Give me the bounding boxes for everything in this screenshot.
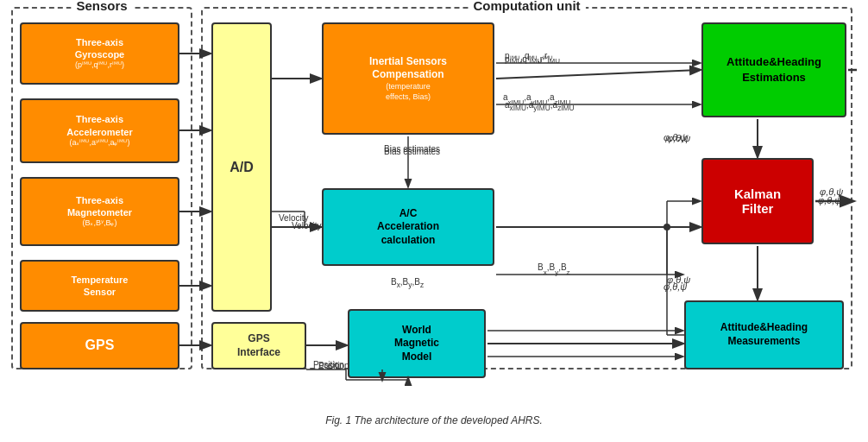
phi2-label: φ,θ,ψ bbox=[818, 195, 841, 205]
kalman-block: Kalman Filter bbox=[701, 158, 814, 244]
ad-block: A/D bbox=[211, 22, 272, 312]
pimu-label: pᴵᴹᵁ,qᴵᴹᵁ,rᴵᴹᵁ bbox=[505, 54, 553, 64]
gyroscope-line3: (pᴵᴹᵁ,qᴵᴹᵁ,rᴵᴹᵁ) bbox=[75, 60, 124, 71]
accelerometer-block: Three-axis Accelerometer (aₓᴵᴹᵁ,aʸᴵᴹᵁ,aᵩ… bbox=[20, 98, 179, 163]
computation-label: Computation unit bbox=[468, 0, 585, 13]
temp-line2: Sensor bbox=[84, 286, 116, 298]
inertial-line1: Inertial Sensors bbox=[369, 55, 447, 69]
gyroscope-block: Three-axis Gyroscope (pᴵᴹᵁ,qᴵᴹᵁ,rᴵᴹᵁ) bbox=[20, 22, 179, 85]
att-meas-line2: Measurements bbox=[727, 335, 800, 349]
wmm-line2: Magnetic bbox=[394, 337, 439, 350]
attitude-meas-block: Attitude&Heading Measurements bbox=[684, 300, 844, 369]
phi1-label: φ,θ,ψ bbox=[664, 132, 687, 142]
gps-interface-line2: Interface bbox=[237, 346, 280, 360]
accel-line3: (aₓᴵᴹᵁ,aʸᴵᴹᵁ,aᵩᴵᴹᵁ) bbox=[69, 138, 129, 148]
sensors-label: Sensors bbox=[71, 0, 132, 13]
accel-line2: Accelerometer bbox=[66, 126, 132, 138]
inertial-line2: Compensation bbox=[372, 68, 443, 82]
position-label: Position bbox=[318, 361, 349, 370]
attitude-est-block: Attitude&Heading Estimations bbox=[701, 22, 846, 117]
bias-label: Bias estimates bbox=[384, 147, 440, 156]
inertial-comp-block: Inertial Sensors Compensation (temperatu… bbox=[322, 22, 494, 135]
magnetometer-block: Three-axis Magnetometer (Bₓ,Bʸ,Bᵩ) bbox=[20, 177, 179, 246]
att-meas-line1: Attitude&Heading bbox=[720, 321, 808, 335]
kalman-line1: Kalman bbox=[734, 186, 781, 201]
gyroscope-line2: Gyroscope bbox=[75, 48, 124, 60]
phi3-label: φ,θ,ψ bbox=[664, 281, 687, 292]
gps-label: GPS bbox=[85, 337, 115, 355]
kalman-line2: Filter bbox=[742, 201, 774, 216]
mag-line2: Magnetometer bbox=[67, 206, 132, 218]
diagram-container: Sensors Computation unit Three-axis Gyro… bbox=[11, 7, 857, 430]
mag-line3: (Bₓ,Bʸ,Bᵩ) bbox=[82, 218, 116, 229]
aimu-label: axIMU,ayIMU,azIMU bbox=[505, 100, 575, 112]
bxyz-label: Bx,By,Bz bbox=[391, 277, 424, 289]
gyroscope-line1: Three-axis bbox=[76, 36, 123, 48]
temp-line1: Temperature bbox=[72, 274, 129, 286]
gps-block: GPS bbox=[20, 322, 179, 369]
wmm-line1: World bbox=[402, 324, 431, 338]
wmm-line3: Model bbox=[402, 350, 432, 364]
wmm-block: World Magnetic Model bbox=[348, 309, 486, 378]
ac-line1: A/C bbox=[399, 207, 418, 221]
ac-accel-block: A/C Acceleration calculation bbox=[322, 188, 494, 266]
inertial-line4: effects, Bias) bbox=[386, 92, 431, 103]
accel-line1: Three-axis bbox=[76, 113, 123, 125]
ac-line3: calculation bbox=[381, 234, 436, 248]
velocity-label: Velocity bbox=[292, 221, 321, 230]
caption: Fig. 1 The architecture of the developed… bbox=[325, 414, 543, 426]
gps-interface-block: GPS Interface bbox=[211, 322, 306, 369]
mag-line1: Three-axis bbox=[76, 194, 123, 206]
temperature-block: Temperature Sensor bbox=[20, 260, 179, 312]
inertial-line3: (temperature bbox=[386, 82, 431, 92]
ac-line2: Acceleration bbox=[377, 220, 439, 234]
gps-interface-line1: GPS bbox=[248, 332, 269, 346]
att-est-line2: Estimations bbox=[742, 70, 806, 85]
att-est-line1: Attitude&Heading bbox=[726, 54, 821, 70]
ad-label: A/D bbox=[230, 160, 254, 175]
